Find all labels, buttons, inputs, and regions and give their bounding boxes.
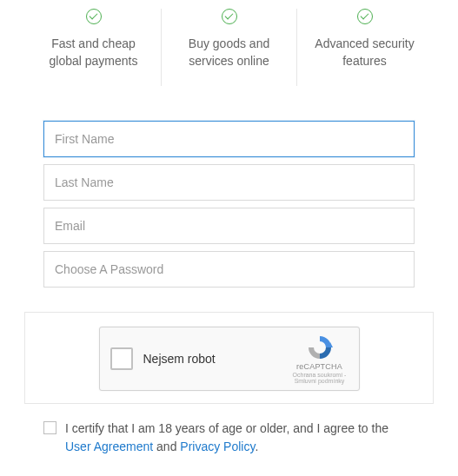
password-input[interactable]	[43, 251, 415, 288]
recaptcha-widget[interactable]: Nejsem robot reCAPTCHA Ochrana soukromí …	[99, 327, 360, 391]
captcha-container: Nejsem robot reCAPTCHA Ochrana soukromí …	[24, 312, 434, 404]
recaptcha-branding: reCAPTCHA Ochrana soukromí - Smluvní pod…	[289, 334, 350, 384]
consent-suffix: .	[255, 440, 258, 453]
recaptcha-checkbox[interactable]	[110, 347, 133, 370]
recaptcha-label: Nejsem robot	[143, 352, 289, 366]
consent-text: I certify that I am 18 years of age or o…	[65, 420, 415, 456]
user-agreement-link[interactable]: User Agreement	[65, 440, 153, 453]
check-circle-icon	[222, 9, 237, 24]
last-name-input[interactable]	[43, 164, 415, 201]
recaptcha-sub-text: Ochrana soukromí - Smluvní podmínky	[289, 372, 350, 384]
features-row: Fast and cheap global payments Buy goods…	[0, 9, 458, 86]
feature-security: Advanced security features	[296, 9, 432, 86]
feature-text: Buy goods and services online	[170, 35, 288, 70]
consent-prefix: I certify that I am 18 years of age or o…	[65, 421, 388, 435]
consent-mid: and	[153, 440, 180, 453]
email-input[interactable]	[43, 208, 415, 244]
check-circle-icon	[357, 9, 373, 24]
check-circle-icon	[86, 9, 102, 24]
recaptcha-icon	[306, 334, 334, 361]
first-name-input[interactable]	[43, 121, 415, 157]
consent-row: I certify that I am 18 years of age or o…	[43, 420, 415, 456]
feature-payments: Fast and cheap global payments	[26, 9, 161, 86]
feature-text: Fast and cheap global payments	[35, 35, 152, 70]
privacy-policy-link[interactable]: Privacy Policy	[180, 440, 255, 453]
feature-text: Advanced security features	[306, 35, 423, 70]
recaptcha-brand-text: reCAPTCHA	[289, 362, 350, 371]
feature-goods: Buy goods and services online	[161, 9, 296, 86]
consent-checkbox[interactable]	[43, 421, 56, 434]
signup-form: Nejsem robot reCAPTCHA Ochrana soukromí …	[0, 86, 458, 476]
